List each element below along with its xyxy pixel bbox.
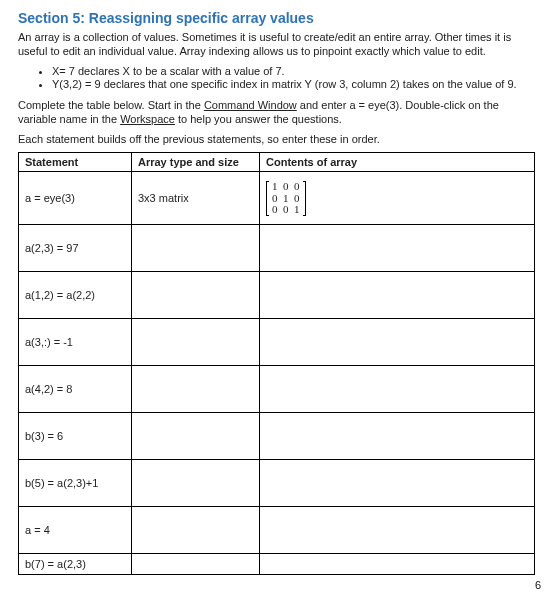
cell-statement: b(3) = 6 bbox=[19, 413, 132, 460]
cell-statement: b(7) = a(2,3) bbox=[19, 554, 132, 575]
page-number: 6 bbox=[535, 579, 541, 591]
cell-statement: a(3,:) = -1 bbox=[19, 319, 132, 366]
workspace-label: Workspace bbox=[120, 113, 175, 125]
table-row: a(1,2) = a(2,2) bbox=[19, 272, 535, 319]
cell-statement: a(4,2) = 8 bbox=[19, 366, 132, 413]
cell-contents: 1 0 0 0 1 0 0 0 1 bbox=[260, 172, 535, 225]
cell-type[interactable] bbox=[132, 225, 260, 272]
worksheet-page: Section 5: Reassigning specific array va… bbox=[0, 0, 553, 595]
cell-statement: a(1,2) = a(2,2) bbox=[19, 272, 132, 319]
cell-type[interactable] bbox=[132, 413, 260, 460]
cell-contents[interactable] bbox=[260, 460, 535, 507]
builds-off-paragraph: Each statement builds off the previous s… bbox=[18, 132, 535, 146]
instructions-text: to help you answer the questions. bbox=[175, 113, 342, 125]
cell-type[interactable] bbox=[132, 554, 260, 575]
bullet-item: X= 7 declares X to be a scalar with a va… bbox=[52, 65, 535, 77]
col-header-contents: Contents of array bbox=[260, 153, 535, 172]
table-row: b(5) = a(2,3)+1 bbox=[19, 460, 535, 507]
cell-statement: a = 4 bbox=[19, 507, 132, 554]
cell-contents[interactable] bbox=[260, 507, 535, 554]
cell-type[interactable] bbox=[132, 507, 260, 554]
intro-paragraph: An array is a collection of values. Some… bbox=[18, 30, 535, 59]
cell-type[interactable] bbox=[132, 319, 260, 366]
matrix-display: 1 0 0 0 1 0 0 0 1 bbox=[266, 181, 306, 216]
cell-statement: a = eye(3) bbox=[19, 172, 132, 225]
table-row: a(3,:) = -1 bbox=[19, 319, 535, 366]
cell-contents[interactable] bbox=[260, 319, 535, 366]
exercise-table: Statement Array type and size Contents o… bbox=[18, 152, 535, 575]
bullet-list: X= 7 declares X to be a scalar with a va… bbox=[18, 65, 535, 90]
table-row: a(4,2) = 8 bbox=[19, 366, 535, 413]
cell-contents[interactable] bbox=[260, 272, 535, 319]
instructions-paragraph: Complete the table below. Start in the C… bbox=[18, 98, 535, 127]
table-row: a(2,3) = 97 bbox=[19, 225, 535, 272]
cell-contents[interactable] bbox=[260, 366, 535, 413]
cell-type: 3x3 matrix bbox=[132, 172, 260, 225]
cell-contents[interactable] bbox=[260, 225, 535, 272]
table-header-row: Statement Array type and size Contents o… bbox=[19, 153, 535, 172]
command-window-label: Command Window bbox=[204, 99, 297, 111]
col-header-statement: Statement bbox=[19, 153, 132, 172]
bullet-item: Y(3,2) = 9 declares that one specific in… bbox=[52, 78, 535, 90]
cell-type[interactable] bbox=[132, 460, 260, 507]
table-row: b(3) = 6 bbox=[19, 413, 535, 460]
cell-contents[interactable] bbox=[260, 554, 535, 575]
cell-contents[interactable] bbox=[260, 413, 535, 460]
instructions-text: Complete the table below. Start in the bbox=[18, 99, 204, 111]
cell-statement: b(5) = a(2,3)+1 bbox=[19, 460, 132, 507]
cell-type[interactable] bbox=[132, 366, 260, 413]
table-row: a = eye(3) 3x3 matrix 1 0 0 0 1 0 0 0 1 bbox=[19, 172, 535, 225]
cell-statement: a(2,3) = 97 bbox=[19, 225, 132, 272]
table-row: a = 4 bbox=[19, 507, 535, 554]
cell-type[interactable] bbox=[132, 272, 260, 319]
col-header-type: Array type and size bbox=[132, 153, 260, 172]
section-title: Section 5: Reassigning specific array va… bbox=[18, 10, 535, 26]
table-row: b(7) = a(2,3) bbox=[19, 554, 535, 575]
